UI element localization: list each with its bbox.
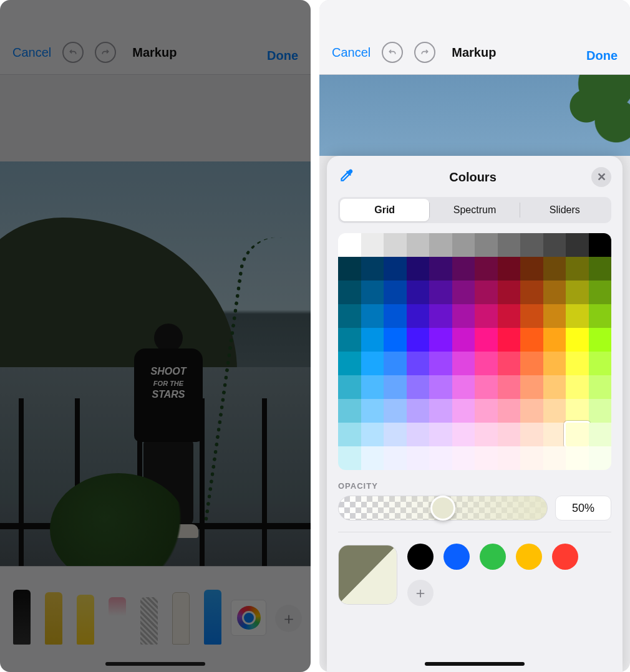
colour-cell[interactable] [566,352,589,375]
colour-cell[interactable] [498,423,521,446]
colour-cell[interactable] [338,423,361,446]
colour-cell[interactable] [361,257,384,281]
tab-spectrum[interactable]: Spectrum [430,199,519,221]
preset-colour[interactable] [443,544,470,570]
colour-cell[interactable] [566,328,589,352]
colour-cell[interactable] [338,233,361,257]
colour-cell[interactable] [361,375,384,399]
colour-cell[interactable] [566,281,589,304]
colour-cell[interactable] [543,233,566,257]
colour-cell[interactable] [498,233,521,257]
colour-cell[interactable] [384,375,407,399]
opacity-thumb[interactable] [430,496,455,521]
tab-sliders[interactable]: Sliders [520,199,609,221]
redo-button[interactable] [95,42,116,63]
colour-cell[interactable] [384,281,407,304]
colour-cell[interactable] [338,304,361,328]
colour-cell[interactable] [452,257,475,281]
colour-cell[interactable] [543,328,566,352]
preset-colour[interactable] [516,544,542,570]
colour-cell[interactable] [589,399,612,423]
colour-cell[interactable] [407,352,430,375]
colour-grid[interactable] [338,233,611,470]
tool-pen[interactable] [9,577,36,645]
colour-cell[interactable] [520,375,543,399]
colour-cell[interactable] [338,446,361,470]
redo-button[interactable] [414,42,435,63]
colour-cell[interactable] [384,257,407,281]
colour-cell[interactable] [475,423,498,446]
preset-colour[interactable] [480,544,506,570]
color-well-button[interactable] [231,600,266,636]
colour-cell[interactable] [566,257,589,281]
undo-button[interactable] [62,42,84,63]
preset-colour[interactable] [552,544,578,570]
colour-cell[interactable] [498,328,521,352]
cancel-button[interactable]: Cancel [12,46,51,60]
colour-cell[interactable] [429,257,452,281]
opacity-value-field[interactable]: 50% [555,496,611,521]
colour-cell[interactable] [384,352,407,375]
colour-cell[interactable] [543,399,566,423]
colour-cell[interactable] [589,233,612,257]
colour-cell[interactable] [429,233,452,257]
colour-cell[interactable] [361,304,384,328]
colour-cell[interactable] [543,375,566,399]
colour-cell[interactable] [520,423,543,446]
cancel-button[interactable]: Cancel [332,46,371,60]
colour-cell[interactable] [361,281,384,304]
colour-cell[interactable] [566,399,589,423]
colour-cell[interactable] [452,281,475,304]
eyedropper-button[interactable] [338,168,354,186]
colour-cell[interactable] [407,304,430,328]
colour-cell[interactable] [520,352,543,375]
tool-eraser[interactable] [104,577,131,645]
colour-cell[interactable] [498,304,521,328]
close-button[interactable]: ✕ [591,167,611,187]
colour-cell[interactable] [407,233,430,257]
colour-cell[interactable] [520,328,543,352]
colour-cell[interactable] [566,233,589,257]
colour-cell[interactable] [475,375,498,399]
colour-cell[interactable] [361,233,384,257]
tool-lasso[interactable] [136,577,163,645]
colour-cell[interactable] [589,281,612,304]
colour-cell[interactable] [452,375,475,399]
colour-cell[interactable] [498,257,521,281]
done-button[interactable]: Done [267,49,298,63]
colour-cell[interactable] [566,423,589,446]
colour-cell[interactable] [361,446,384,470]
colour-cell[interactable] [452,399,475,423]
colour-cell[interactable] [452,233,475,257]
colour-cell[interactable] [498,375,521,399]
colour-cell[interactable] [475,352,498,375]
colour-cell[interactable] [338,352,361,375]
done-button[interactable]: Done [586,49,618,63]
colour-cell[interactable] [429,399,452,423]
colour-cell[interactable] [429,281,452,304]
colour-cell[interactable] [475,257,498,281]
colour-cell[interactable] [407,375,430,399]
opacity-slider[interactable] [338,496,548,521]
colour-cell[interactable] [452,423,475,446]
colour-cell[interactable] [407,257,430,281]
colour-cell[interactable] [338,375,361,399]
colour-cell[interactable] [475,281,498,304]
colour-cell[interactable] [452,328,475,352]
colour-cell[interactable] [452,304,475,328]
colour-cell[interactable] [566,375,589,399]
colour-cell[interactable] [429,304,452,328]
colour-cell[interactable] [407,281,430,304]
colour-cell[interactable] [407,399,430,423]
colour-cell[interactable] [543,281,566,304]
colour-cell[interactable] [338,257,361,281]
colour-cell[interactable] [589,304,612,328]
tool-pencil[interactable] [200,577,226,645]
colour-cell[interactable] [520,304,543,328]
colour-cell[interactable] [520,281,543,304]
tool-marker[interactable] [41,577,67,645]
colour-cell[interactable] [384,328,407,352]
colour-cell[interactable] [384,423,407,446]
colour-cell[interactable] [520,233,543,257]
colour-cell[interactable] [589,352,612,375]
